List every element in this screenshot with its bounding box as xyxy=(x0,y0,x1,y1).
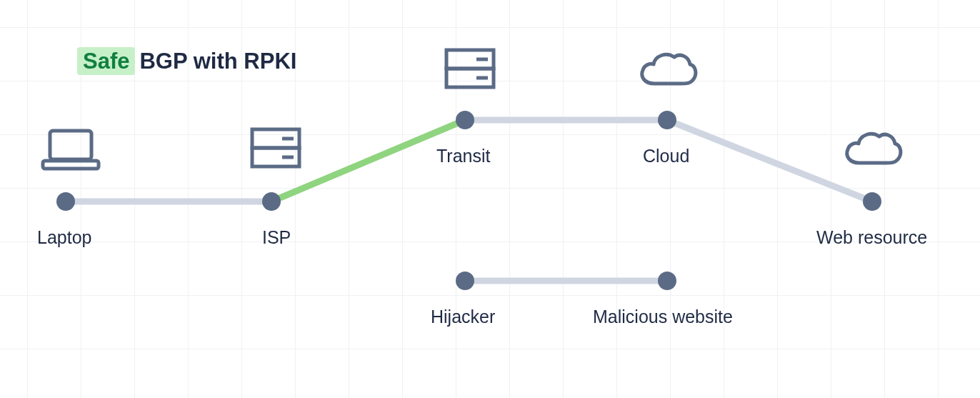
label-malsite: Malicious website xyxy=(593,307,733,327)
svg-rect-0 xyxy=(50,131,91,159)
cloud-icon xyxy=(839,124,904,180)
node-transit xyxy=(456,111,474,129)
node-malsite xyxy=(658,272,676,290)
server-icon xyxy=(438,44,502,101)
title-badge: Safe xyxy=(77,47,135,75)
label-isp: ISP xyxy=(262,227,291,248)
node-cloud xyxy=(658,111,676,129)
laptop-icon xyxy=(39,124,103,180)
label-web: Web resource xyxy=(816,227,927,248)
server-icon xyxy=(244,124,308,180)
node-laptop xyxy=(56,192,75,211)
label-cloud: Cloud xyxy=(643,146,689,166)
cloud-icon xyxy=(634,44,699,101)
node-web xyxy=(863,192,881,211)
diagram-title: SafeBGP with RPKI xyxy=(77,49,296,74)
label-transit: Transit xyxy=(436,146,490,166)
label-laptop: Laptop xyxy=(37,227,91,248)
svg-rect-1 xyxy=(43,161,99,169)
node-isp xyxy=(262,192,281,211)
label-hijacker: Hijacker xyxy=(431,307,495,327)
node-hijacker xyxy=(456,272,474,290)
title-text: BGP with RPKI xyxy=(139,49,296,74)
